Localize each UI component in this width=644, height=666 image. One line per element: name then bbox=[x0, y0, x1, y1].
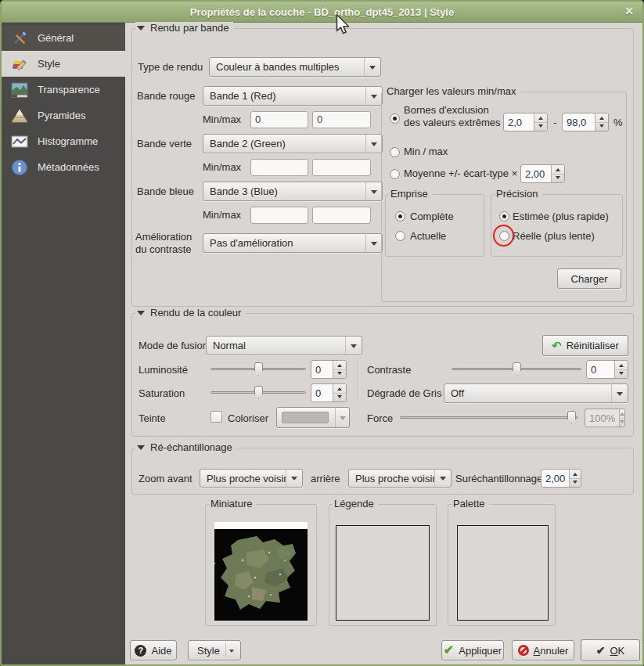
reset-button[interactable]: ↶ Réinitialiser bbox=[542, 335, 628, 356]
slider-handle[interactable] bbox=[254, 386, 263, 399]
blue-max-input[interactable] bbox=[312, 207, 371, 224]
green-band-combo[interactable]: Bande 2 (Green) bbox=[203, 134, 383, 153]
colorize-color-button[interactable] bbox=[276, 407, 350, 428]
zoom-in-value: Plus proche voisin bbox=[200, 470, 286, 487]
contrast-slider[interactable] bbox=[452, 361, 581, 378]
chevron-down-icon bbox=[335, 408, 349, 427]
brightness-spinbox[interactable]: 0 bbox=[311, 360, 347, 379]
stddev-radio[interactable] bbox=[390, 169, 400, 179]
stddev-spinbox[interactable]: 2,00 bbox=[520, 164, 565, 183]
sidebar-item-style[interactable]: Style bbox=[2, 51, 125, 77]
sidebar-label: Métadonnées bbox=[38, 161, 99, 173]
spin-arrows-icon[interactable] bbox=[569, 470, 581, 487]
extent-full-radio[interactable] bbox=[395, 211, 405, 221]
paintbrush-icon bbox=[10, 55, 29, 74]
sidebar-label: Transparence bbox=[38, 84, 100, 95]
strength-slider[interactable] bbox=[400, 409, 578, 427]
red-band-combo[interactable]: Bande 1 (Red) bbox=[203, 86, 383, 106]
resampling-header[interactable]: Ré-échantillonage bbox=[135, 441, 237, 453]
apply-button[interactable]: ✔ Appliquer bbox=[441, 640, 504, 661]
colorize-checkbox[interactable] bbox=[210, 411, 222, 423]
chevron-down-icon bbox=[365, 87, 382, 105]
spin-arrows-icon[interactable] bbox=[534, 113, 547, 131]
saturation-spinbox[interactable]: 0 bbox=[311, 383, 347, 402]
slider-handle[interactable] bbox=[254, 362, 263, 376]
green-band-value: Bande 2 (Green) bbox=[203, 135, 365, 153]
sidebar-item-transparency[interactable]: Transparence bbox=[2, 77, 125, 103]
chevron-down-icon bbox=[286, 470, 302, 487]
zoom-in-label: Zoom avant bbox=[139, 473, 192, 484]
blend-mode-combo[interactable]: Normal bbox=[206, 336, 362, 355]
chevron-down-icon bbox=[364, 58, 380, 76]
spin-arrows-icon[interactable] bbox=[595, 113, 608, 131]
band-rendering-header[interactable]: Rendu par bande bbox=[135, 22, 233, 34]
blend-mode-value: Normal bbox=[207, 337, 345, 355]
spin-arrows-icon[interactable] bbox=[551, 165, 564, 182]
transparency-icon bbox=[10, 81, 29, 99]
accuracy-estimated-radio[interactable] bbox=[499, 211, 509, 221]
load-minmax-title: Charger les valeurs min/max bbox=[385, 85, 520, 97]
cut-max-spinbox[interactable]: 98,0 bbox=[562, 113, 609, 131]
chevron-down-icon bbox=[345, 337, 362, 355]
blend-mode-label: Mode de fusion bbox=[139, 340, 208, 351]
ok-button[interactable]: ✔ OK bbox=[581, 639, 640, 661]
contrast-label: Contraste bbox=[367, 364, 411, 376]
layer-properties-dialog: Propriétés de la couche - BD_ortho_dpt45… bbox=[0, 0, 644, 666]
minmax-radio[interactable] bbox=[390, 147, 400, 157]
thumbnail-group: Miniature bbox=[205, 504, 317, 626]
sidebar-label: Style bbox=[38, 58, 60, 70]
sidebar-item-metadata[interactable]: Métadonnées bbox=[2, 154, 125, 180]
thumbnail-white-strip bbox=[214, 522, 308, 529]
line-chart-icon bbox=[10, 132, 29, 151]
cancel-button[interactable]: Annuler bbox=[512, 640, 574, 661]
cut-min-spinbox[interactable]: 2,0 bbox=[503, 113, 548, 131]
cut-extremes-radio[interactable] bbox=[390, 113, 400, 124]
help-button[interactable]: ? Aide bbox=[130, 640, 177, 661]
red-max-input[interactable]: 0 bbox=[312, 111, 371, 128]
accuracy-estimated-label: Estimée (plus rapide) bbox=[513, 211, 609, 222]
contrast-enhance-value: Pas d'amélioration bbox=[203, 234, 365, 252]
accuracy-title: Précision bbox=[495, 188, 542, 200]
render-type-combo[interactable]: Couleur à bandes multiples bbox=[209, 57, 381, 77]
resampling-group: Ré-échantillonage Zoom avant Plus proche… bbox=[131, 448, 634, 495]
contrast-enhance-combo[interactable]: Pas d'amélioration bbox=[203, 233, 383, 253]
load-button[interactable]: Charger bbox=[557, 268, 621, 289]
contrast-spinbox[interactable]: 0 bbox=[586, 360, 628, 379]
chevron-down-icon bbox=[365, 182, 382, 200]
sidebar-item-general[interactable]: Général bbox=[2, 25, 125, 51]
spin-arrows-icon[interactable] bbox=[333, 384, 346, 401]
spin-arrows-icon[interactable] bbox=[614, 361, 628, 378]
titlebar[interactable]: Propriétés de la couche - BD_ortho_dpt45… bbox=[2, 2, 642, 23]
style-menu-button[interactable]: Style bbox=[188, 640, 241, 661]
strength-label: Force bbox=[367, 412, 393, 424]
color-rendering-header[interactable]: Rendu de la couleur bbox=[135, 307, 246, 319]
palette-title: Palette bbox=[452, 498, 489, 509]
colorize-label: Coloriser bbox=[228, 412, 268, 424]
grayscale-combo[interactable]: Off bbox=[444, 383, 628, 403]
style-page: Rendu par bande Type de rendu Couleur à … bbox=[125, 23, 642, 664]
spin-arrows-icon[interactable] bbox=[333, 361, 346, 378]
zoom-in-combo[interactable]: Plus proche voisin bbox=[200, 469, 303, 488]
zoom-out-combo[interactable]: Plus proche voisin bbox=[348, 469, 452, 488]
red-min-input[interactable]: 0 bbox=[250, 111, 308, 128]
saturation-slider[interactable] bbox=[210, 384, 306, 401]
window-title: Propriétés de la couche - BD_ortho_dpt45… bbox=[190, 6, 454, 18]
slider-handle[interactable] bbox=[567, 411, 576, 424]
sidebar-label: Général bbox=[38, 32, 74, 44]
oversampling-spinbox[interactable]: 2,00 bbox=[541, 469, 581, 488]
green-min-input[interactable] bbox=[250, 159, 308, 176]
close-icon[interactable]: ✕ bbox=[624, 5, 634, 17]
extent-current-label: Actuelle bbox=[410, 230, 446, 242]
extent-current-radio[interactable] bbox=[395, 231, 405, 241]
question-mark-icon: ? bbox=[135, 645, 146, 657]
sidebar-item-pyramids[interactable]: Pyramides bbox=[2, 103, 125, 128]
blue-min-input[interactable] bbox=[250, 207, 308, 224]
green-max-input[interactable] bbox=[312, 159, 371, 176]
render-type-value: Couleur à bandes multiples bbox=[210, 58, 364, 76]
load-minmax-group: Charger les valeurs min/max Bornes d'exc… bbox=[381, 92, 627, 302]
brightness-slider[interactable] bbox=[210, 361, 306, 378]
blue-band-combo[interactable]: Bande 3 (Blue) bbox=[203, 182, 383, 201]
sidebar-item-histogram[interactable]: Histogramme bbox=[2, 128, 125, 154]
color-rendering-group: Rendu de la couleur Mode de fusion Norma… bbox=[131, 313, 634, 437]
slider-handle[interactable] bbox=[513, 362, 521, 376]
